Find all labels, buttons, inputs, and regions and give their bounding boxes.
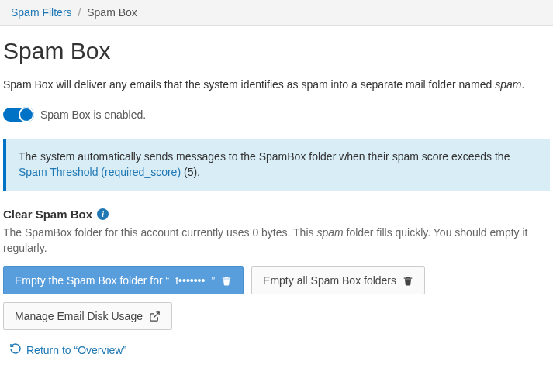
page-title: Spam Box xyxy=(0,26,553,78)
empty-this-account-name: t••••••• xyxy=(175,274,205,287)
spam-threshold-callout: The system automatically sends messages … xyxy=(3,139,550,191)
info-icon[interactable]: i xyxy=(97,208,109,220)
undo-icon xyxy=(9,342,22,357)
trash-icon xyxy=(221,275,232,286)
toggle-knob xyxy=(19,107,34,122)
breadcrumb-parent[interactable]: Spam Filters xyxy=(11,6,72,19)
spam-box-toggle[interactable] xyxy=(3,108,33,122)
spam-box-toggle-label: Spam Box is enabled. xyxy=(40,108,146,121)
empty-all-spam-box-button[interactable]: Empty all Spam Box folders xyxy=(251,266,425,294)
svg-line-0 xyxy=(154,312,159,318)
spam-box-toggle-row: Spam Box is enabled. xyxy=(3,108,550,122)
spam-threshold-link[interactable]: Spam Threshold (required_score) xyxy=(19,166,181,178)
clear-spam-box-title: Clear Spam Box i xyxy=(3,208,550,221)
return-to-overview-link[interactable]: Return to “Overview” xyxy=(9,342,550,357)
spam-box-description: Spam Box will deliver any emails that th… xyxy=(3,78,550,91)
breadcrumb-current: Spam Box xyxy=(87,6,137,19)
manage-email-disk-usage-button[interactable]: Manage Email Disk Usage xyxy=(3,302,172,330)
trash-icon xyxy=(403,275,413,286)
spam-box-usage-text: The SpamBox folder for this account curr… xyxy=(3,225,550,256)
external-link-icon xyxy=(149,311,161,322)
breadcrumb: Spam Filters / Spam Box xyxy=(0,0,553,26)
empty-this-spam-box-button[interactable]: Empty the Spam Box folder for “t•••••••” xyxy=(3,266,244,294)
spam-box-usage-bytes: 0 bytes xyxy=(252,226,287,239)
breadcrumb-separator: / xyxy=(78,6,81,19)
